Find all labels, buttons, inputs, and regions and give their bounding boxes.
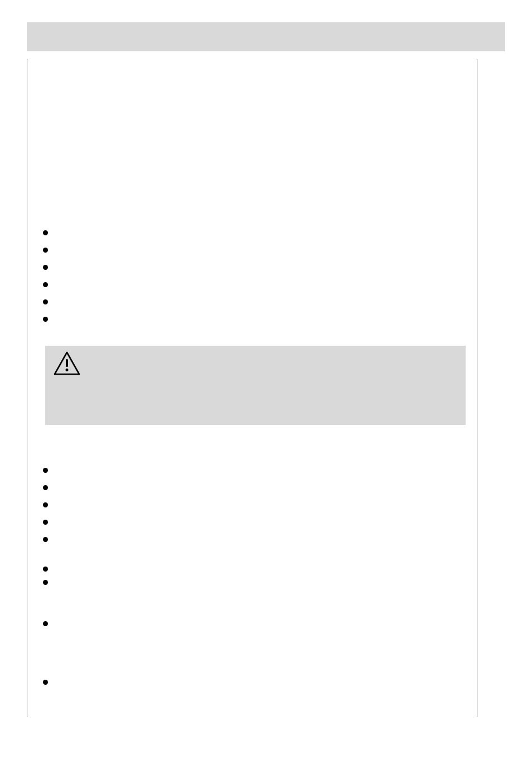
list-item [38, 674, 466, 691]
bullet-icon [43, 317, 48, 322]
bullet-icon [43, 520, 48, 525]
content-column [27, 59, 477, 717]
header-band [27, 22, 505, 51]
bullet-list-2b [38, 560, 466, 607]
list-item [38, 241, 466, 259]
spacer-group-3 [38, 661, 466, 674]
bullet-icon [43, 621, 48, 626]
bullet-list-2d [38, 674, 466, 691]
bullet-icon [43, 468, 48, 473]
bullet-icon [43, 230, 48, 235]
list-item [38, 496, 466, 514]
list-item [38, 578, 466, 607]
bullet-icon [43, 485, 48, 490]
list-item [38, 479, 466, 496]
list-item [38, 311, 466, 328]
bullet-icon [43, 537, 48, 542]
spacer-top [38, 59, 466, 224]
list-item [38, 560, 466, 578]
list-item [38, 531, 466, 548]
bullet-list-2c [38, 619, 466, 661]
bullet-icon [43, 502, 48, 507]
bullet-icon [43, 282, 48, 287]
list-item [38, 293, 466, 311]
list-item [38, 259, 466, 276]
list-item [38, 224, 466, 241]
warning-icon [53, 351, 81, 376]
bullet-icon [43, 299, 48, 304]
list-item [38, 514, 466, 531]
bullet-icon [43, 265, 48, 270]
spacer-group-1 [38, 548, 466, 560]
list-item [38, 619, 466, 661]
list-item [38, 462, 466, 479]
bullet-list-1 [38, 224, 466, 328]
spacer-mid [38, 425, 466, 462]
bullet-icon [43, 680, 48, 685]
list-item [38, 276, 466, 293]
warning-callout [45, 346, 466, 425]
bullet-icon [43, 567, 48, 572]
bullet-list-2a [38, 462, 466, 548]
svg-point-1 [66, 369, 69, 371]
spacer-group-2 [38, 607, 466, 619]
bullet-icon [43, 580, 48, 585]
bullet-icon [43, 248, 48, 253]
svg-rect-0 [66, 359, 68, 367]
page [0, 0, 532, 784]
